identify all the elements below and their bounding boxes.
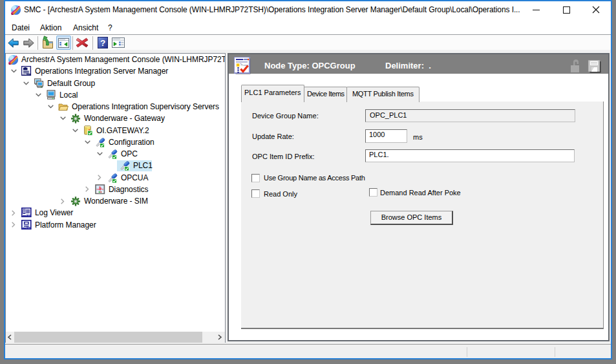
svg-text:?: ? (100, 38, 105, 48)
